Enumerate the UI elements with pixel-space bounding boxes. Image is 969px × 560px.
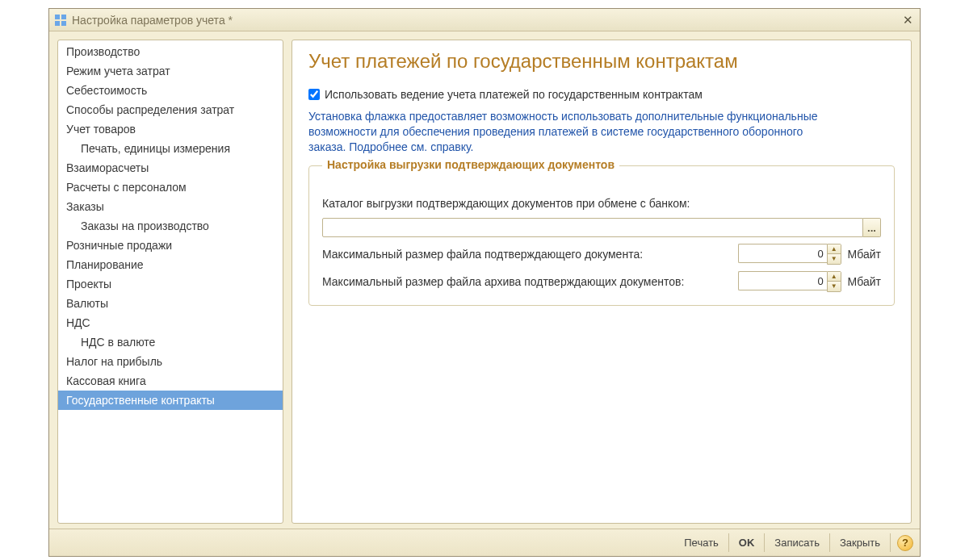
titlebar: Настройка параметров учета * ✕ <box>49 9 920 31</box>
nav-item[interactable]: Способы распределения затрат <box>58 100 283 119</box>
spinner-up-icon[interactable]: ▲ <box>828 244 841 254</box>
svg-rect-2 <box>55 21 60 26</box>
spinner-up-icon[interactable]: ▲ <box>828 272 841 282</box>
help-button[interactable]: ? <box>897 535 913 551</box>
nav-item[interactable]: Печать, единицы измерения <box>58 139 283 158</box>
hint-text: Установка флажка предоставляет возможнос… <box>308 109 825 155</box>
nav-item[interactable]: Расчеты с персоналом <box>58 178 283 197</box>
nav-item[interactable]: Планирование <box>58 255 283 274</box>
nav-item[interactable]: Производство <box>58 42 283 61</box>
nav-item[interactable]: Государственные контракты <box>58 391 283 410</box>
nav-item[interactable]: Заказы <box>58 197 283 216</box>
export-path-label: Каталог выгрузки подтверждающих документ… <box>322 197 881 210</box>
nav-item[interactable]: Взаиморасчеты <box>58 158 283 178</box>
nav-item[interactable]: НДС в валюте <box>58 332 283 352</box>
body-area: ПроизводствоРежим учета затратСебестоимо… <box>49 31 920 529</box>
svg-rect-1 <box>61 15 66 19</box>
use-gov-contracts-label: Использовать ведение учета платежей по г… <box>325 88 703 101</box>
spinner-down-icon[interactable]: ▼ <box>828 254 841 264</box>
max-file-size-label: Максимальный размер файла подтверждающег… <box>322 248 732 261</box>
export-path-input[interactable] <box>322 218 863 237</box>
nav-item[interactable]: Проекты <box>58 274 283 294</box>
footer: Печать OK Записать Закрыть ? <box>49 529 920 556</box>
max-archive-size-spinner[interactable]: ▲ ▼ <box>827 271 841 292</box>
max-archive-size-unit: Мбайт <box>848 275 881 288</box>
nav-item[interactable]: Заказы на производство <box>58 216 283 236</box>
nav-item[interactable]: Розничные продажи <box>58 236 283 255</box>
print-button[interactable]: Печать <box>674 533 729 552</box>
nav-item[interactable]: НДС <box>58 313 283 332</box>
nav-item[interactable]: Валюты <box>58 294 283 313</box>
export-settings-group: Настройка выгрузки подтверждающих докуме… <box>308 165 895 306</box>
max-file-size-unit: Мбайт <box>848 248 881 261</box>
export-settings-legend: Настройка выгрузки подтверждающих докуме… <box>322 158 619 171</box>
use-gov-contracts-checkbox[interactable] <box>308 89 320 100</box>
save-button[interactable]: Записать <box>765 533 830 552</box>
window-close-button[interactable]: ✕ <box>900 13 915 27</box>
nav-item[interactable]: Режим учета затрат <box>58 61 283 81</box>
nav-item[interactable]: Кассовая книга <box>58 371 283 391</box>
close-button[interactable]: Закрыть <box>830 533 891 552</box>
nav-item[interactable]: Налог на прибыль <box>58 352 283 371</box>
settings-window: Настройка параметров учета * ✕ Производс… <box>48 8 921 557</box>
use-gov-contracts-checkbox-row[interactable]: Использовать ведение учета платежей по г… <box>308 88 895 101</box>
window-title: Настройка параметров учета * <box>72 14 896 27</box>
max-file-size-input[interactable] <box>738 244 827 263</box>
app-icon <box>54 14 67 27</box>
svg-rect-0 <box>55 15 60 19</box>
nav-item[interactable]: Учет товаров <box>58 119 283 139</box>
max-archive-size-input[interactable] <box>738 271 827 290</box>
nav-item[interactable]: Себестоимость <box>58 81 283 100</box>
spinner-down-icon[interactable]: ▼ <box>828 282 841 291</box>
browse-path-button[interactable]: ... <box>863 218 881 237</box>
ok-button[interactable]: OK <box>729 533 766 552</box>
nav-panel: ПроизводствоРежим учета затратСебестоимо… <box>57 40 283 524</box>
svg-rect-3 <box>61 21 66 26</box>
max-file-size-spinner[interactable]: ▲ ▼ <box>827 244 841 265</box>
max-archive-size-label: Максимальный размер файла архива подтвер… <box>322 275 732 288</box>
page-title: Учет платежей по государственным контрак… <box>308 50 895 73</box>
content-panel: Учет платежей по государственным контрак… <box>292 40 912 524</box>
